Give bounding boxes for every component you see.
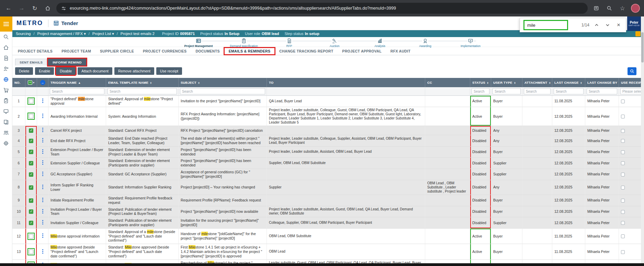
tab-emails-reminders[interactable]: EMAILS & REMINDERS <box>225 48 275 54</box>
row-menu-icon[interactable] <box>42 251 43 252</box>
filter-input-email-template-name[interactable] <box>108 88 177 94</box>
subtab-sent-emails[interactable]: SENT EMAILS <box>15 59 47 66</box>
row-menu-icon[interactable] <box>42 129 43 130</box>
browser-profile-avatar[interactable] <box>631 4 640 13</box>
sort-icon[interactable]: ▲▼ <box>150 82 152 84</box>
row-checkbox[interactable] <box>29 99 33 103</box>
sidebar-search-icon[interactable] <box>0 32 12 42</box>
col-header-user-type[interactable]: USER TYPE▲▼ <box>491 78 522 87</box>
filter-input-last-change[interactable] <box>554 88 584 94</box>
row-checkbox[interactable] <box>29 150 33 154</box>
use-receipt-checkbox[interactable] <box>621 173 625 176</box>
reading-mode-icon[interactable] <box>592 4 601 13</box>
row-menu-icon[interactable] <box>42 199 43 200</box>
use-receipt-checkbox[interactable] <box>621 234 625 238</box>
sort-asc-icon[interactable]: ▲ <box>78 81 81 84</box>
checkbox-dropdown-icon[interactable]: ▾ <box>33 81 34 84</box>
zoom-icon[interactable] <box>605 4 614 13</box>
row-menu-icon[interactable] <box>42 100 43 101</box>
use-receipt-checkbox[interactable] <box>621 150 625 154</box>
row-checkbox[interactable] <box>29 128 33 133</box>
filter-input-last-change-by[interactable] <box>587 88 617 94</box>
breadcrumb-item-project-management-rfx[interactable]: Project management / RFX ▾ <box>37 32 86 36</box>
tab-project-currencies[interactable]: PROJECT CURRENCIES <box>139 48 191 54</box>
row-menu-icon[interactable] <box>42 151 43 152</box>
bookmark-star-icon[interactable]: ☆ <box>618 4 627 13</box>
row-checkbox[interactable] <box>29 139 33 143</box>
menu-hamburger-icon[interactable] <box>0 16 12 32</box>
filter-input-attachment[interactable] <box>524 88 551 94</box>
home-icon[interactable] <box>43 4 52 13</box>
row-checkbox[interactable] <box>29 234 33 239</box>
tab-supplier-circle[interactable]: SUPPLIER CIRCLE <box>96 48 138 54</box>
row-checkbox[interactable] <box>29 114 33 118</box>
filter-input-subject[interactable] <box>180 88 265 94</box>
col-header-last-change[interactable]: LAST CHANGE▲▼ <box>552 78 585 87</box>
use-receipt-checkbox[interactable] <box>621 186 625 189</box>
sidebar-clipboard-icon[interactable] <box>0 95 12 106</box>
page-scrollbar-thumb[interactable] <box>641 32 644 62</box>
row-menu-icon[interactable] <box>42 222 43 223</box>
filter-input-status[interactable] <box>472 88 489 94</box>
filter-input-trigger-name[interactable] <box>50 88 104 94</box>
flow-step-project-management[interactable]: Project Management <box>176 38 221 48</box>
table-search-toggle-button[interactable] <box>628 67 636 75</box>
select-all-checkbox[interactable] <box>28 80 32 85</box>
find-close-icon[interactable]: × <box>615 21 622 29</box>
tab-project-team[interactable]: PROJECT TEAM <box>57 48 95 54</box>
breadcrumb-action-icon[interactable] <box>635 31 641 36</box>
breadcrumb-item-sourcing[interactable]: Sourcing <box>16 32 31 36</box>
col-header-subject[interactable]: SUBJECT▲▼ <box>179 78 267 87</box>
tab-documents[interactable]: DOCUMENTS <box>191 48 224 54</box>
use-receipt-checkbox[interactable] <box>621 139 625 143</box>
use-receipt-checkbox[interactable] <box>621 129 625 133</box>
reload-icon[interactable]: ↻ <box>30 4 39 13</box>
use-receipt-checkbox[interactable] <box>621 250 625 254</box>
sort-icon[interactable]: ▲▼ <box>514 82 516 84</box>
col-header-attachment[interactable]: ATTACHMENT▲▼ <box>522 78 552 87</box>
row-checkbox[interactable] <box>29 209 33 214</box>
breadcrumb-item-project-test-emails-2[interactable]: Project test emails 2 <box>121 32 155 36</box>
row-checkbox[interactable] <box>29 221 33 225</box>
row-menu-icon[interactable] <box>42 162 43 163</box>
address-bar[interactable]: esourcing.metro-link.com/ngp424/common/a… <box>56 3 588 14</box>
find-previous-icon[interactable] <box>593 21 600 29</box>
sort-icon[interactable]: ▲▼ <box>549 82 551 84</box>
flow-step-demand-specification[interactable]: Demand specification <box>221 38 267 48</box>
sidebar-gear-icon[interactable] <box>0 138 12 149</box>
find-next-icon[interactable] <box>604 21 611 29</box>
sidebar-home-icon[interactable] <box>0 42 12 53</box>
user-badge[interactable]: Peter GMT+02:00 <box>627 16 641 31</box>
row-checkbox[interactable] <box>29 185 33 190</box>
use-receipt-checkbox[interactable] <box>621 210 625 214</box>
row-menu-icon[interactable] <box>42 140 43 141</box>
flow-step-implementation[interactable]: Implementation <box>448 38 493 48</box>
back-icon[interactable]: ← <box>4 4 13 13</box>
tab-rfx-audit[interactable]: RFX AUDIT <box>386 48 415 54</box>
breadcrumb-item-project-list[interactable]: Project List ▾ <box>92 32 114 36</box>
sidebar-add-user-icon[interactable] <box>0 63 12 74</box>
sidebar-copy-icon[interactable] <box>0 117 12 127</box>
page-scrollbar[interactable] <box>641 16 644 263</box>
flow-step-analysis[interactable]: Analysis <box>357 38 403 48</box>
tab-project-approval[interactable]: PROJECT APPROVAL <box>338 48 385 54</box>
tab-change-tracking-report[interactable]: CHANGE TRACKING REPORT <box>275 48 337 54</box>
sidebar-globe-icon[interactable] <box>0 74 12 85</box>
sort-icon[interactable]: ▲▼ <box>580 82 583 84</box>
use-receipt-checkbox[interactable] <box>621 161 625 165</box>
sidebar-monitor-icon[interactable] <box>0 106 12 117</box>
use-receipt-checkbox[interactable] <box>621 115 625 118</box>
use-receipt-button[interactable]: Use receipt <box>156 67 182 75</box>
col-header-status[interactable]: STATUS▲▼ <box>470 78 491 87</box>
use-receipt-checkbox[interactable] <box>621 221 625 225</box>
sidebar-cart-icon[interactable] <box>0 85 12 95</box>
row-menu-icon[interactable] <box>42 173 43 174</box>
forward-icon[interactable]: → <box>17 4 26 13</box>
sort-icon[interactable]: ▲▼ <box>487 82 489 84</box>
col-header-email-template-name[interactable]: EMAIL TEMPLATE NAME▲▼ <box>106 78 179 87</box>
remove-attachment-button[interactable]: Remove attachment <box>114 67 154 75</box>
sidebar-document-icon[interactable] <box>0 53 12 63</box>
flow-step-awarding[interactable]: Awarding <box>403 38 448 48</box>
enable-button[interactable]: Enable <box>35 67 54 75</box>
flow-step-rfp[interactable]: RFP <box>267 38 312 48</box>
